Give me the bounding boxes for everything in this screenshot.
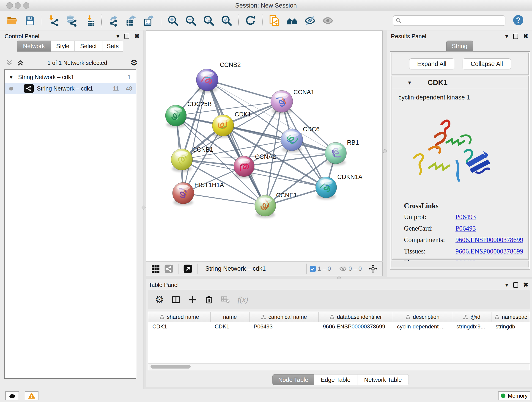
warnings-button[interactable]	[25, 391, 38, 400]
close-panel-icon[interactable]: ✖	[523, 283, 528, 287]
cell-id[interactable]: stringdb:9...	[452, 322, 491, 331]
table-options-button[interactable]: ⚙	[153, 293, 166, 306]
close-panel-icon[interactable]: ✖	[523, 34, 528, 38]
column-header-id[interactable]: @id	[452, 312, 491, 322]
float-panel-icon[interactable]	[124, 34, 129, 39]
save-session-button[interactable]	[22, 13, 38, 28]
expand-collapse-box: Expand All Collapse All	[392, 53, 529, 75]
tab-string[interactable]: String	[446, 41, 473, 51]
node-gloss	[239, 159, 249, 162]
panel-menu-icon[interactable]: ▾	[505, 34, 508, 38]
close-panel-icon[interactable]: ✖	[134, 34, 139, 38]
tab-style[interactable]: Style	[51, 41, 75, 51]
import-network-file-button[interactable]	[46, 13, 61, 28]
cell-database-identifier[interactable]: 9606.ENSP00000378699	[319, 322, 393, 331]
import-network-database-button[interactable]	[64, 13, 79, 28]
collapse-all-icon[interactable]	[6, 59, 13, 67]
network-options-gear-icon[interactable]: ⚙	[130, 59, 138, 67]
network-canvas[interactable]: CCNB2CCNA1CDC25BCDK1CDC6RB1CCNB1CCNA2CDK…	[146, 31, 383, 261]
export-network-button[interactable]	[106, 13, 121, 28]
panel-menu-icon[interactable]: ▾	[116, 34, 119, 38]
tab-network-table[interactable]: Network Table	[357, 374, 409, 385]
network-edge-CCNB2-CCNA1[interactable]	[207, 80, 282, 102]
collection-expand-icon[interactable]: ▾	[10, 75, 13, 79]
zoom-out-button[interactable]	[183, 13, 198, 28]
hide-graphics-button[interactable]	[302, 13, 317, 28]
column-header-canonical-name[interactable]: canonical name	[249, 312, 319, 322]
gene-section-header[interactable]: ▾ CDK1	[392, 76, 528, 89]
tab-sets[interactable]: Sets	[102, 41, 123, 51]
network-collection-row[interactable]: ▾ String Network – cdk1 1	[5, 70, 136, 83]
copy-network-button[interactable]	[267, 13, 282, 28]
panel-menu-icon[interactable]: ▾	[505, 283, 508, 287]
node-gloss	[287, 132, 297, 134]
zoom-fit-button[interactable]	[201, 13, 216, 28]
add-column-button[interactable]	[186, 293, 199, 306]
cell-canonical-name[interactable]: P06493	[249, 322, 319, 331]
table-hscrollbar[interactable]	[148, 363, 530, 370]
delete-table-button[interactable]	[219, 293, 232, 306]
collapse-all-button[interactable]: Collapse All	[462, 58, 511, 70]
help-button[interactable]: ?	[512, 14, 525, 27]
crosslink-tissues-link[interactable]: 9606.ENSP00000378699	[456, 248, 523, 255]
section-collapse-icon[interactable]: ▾	[408, 80, 411, 85]
gear-icon: ⚙	[155, 295, 164, 304]
crosslink-genecard-link[interactable]: P06493	[456, 225, 523, 232]
string-view-button[interactable]	[163, 263, 175, 274]
open-session-button[interactable]	[5, 13, 20, 28]
grid-view-button[interactable]	[150, 263, 161, 274]
crosslink-label: Uniprot:	[404, 213, 456, 221]
network-node-label: RB1	[347, 139, 359, 146]
table-panel: Table Panel ▾ ✖ ⚙ f(x) shared name name …	[146, 279, 532, 387]
search-input[interactable]	[404, 17, 503, 24]
cloud-status-button[interactable]	[5, 391, 19, 400]
import-table-file-button[interactable]	[82, 13, 97, 28]
cell-shared-name[interactable]: CDK1	[148, 322, 210, 331]
network-overview-button[interactable]	[285, 13, 300, 28]
hierarchy-icon	[405, 314, 411, 319]
column-header-name[interactable]: name	[210, 312, 249, 322]
export-table-button[interactable]	[124, 13, 139, 28]
open-in-window-button[interactable]	[182, 263, 194, 274]
table-row[interactable]: CDK1 CDK1 P06493 9606.ENSP00000378699 cy…	[148, 322, 530, 331]
memory-button[interactable]: Memory	[498, 391, 530, 400]
export-image-button[interactable]	[142, 13, 157, 28]
tab-network[interactable]: Network	[17, 41, 51, 51]
column-header-description[interactable]: description	[393, 312, 452, 322]
show-graphics-button[interactable]	[320, 13, 336, 28]
show-columns-button[interactable]	[169, 293, 183, 306]
column-header-shared-name[interactable]: shared name	[148, 312, 210, 322]
column-header-namespace[interactable]: namespac	[491, 312, 530, 322]
birdseye-toggle-button[interactable]	[367, 263, 379, 274]
left-splitter-handle[interactable]	[142, 206, 146, 210]
results-hscrollbar[interactable]	[392, 261, 529, 267]
cell-name[interactable]: CDK1	[210, 322, 249, 331]
network-row[interactable]: String Network – cdk1 11 48	[5, 83, 136, 94]
crosslink-uniprot-link[interactable]: P06493	[456, 213, 523, 221]
hidden-eye-icon[interactable]	[339, 265, 347, 273]
expand-all-icon[interactable]	[17, 59, 24, 67]
cell-namespace[interactable]: stringdb	[491, 322, 530, 331]
selected-checkbox-icon[interactable]	[309, 265, 316, 272]
float-panel-icon[interactable]	[513, 34, 518, 39]
refresh-layout-button[interactable]	[243, 13, 258, 28]
column-header-database-identifier[interactable]: database identifier	[319, 312, 393, 322]
tab-select[interactable]: Select	[75, 41, 102, 51]
expand-all-button[interactable]: Expand All	[409, 58, 455, 70]
zoom-selected-button[interactable]	[219, 13, 234, 28]
delete-column-button[interactable]	[202, 293, 215, 306]
export-network-icon	[108, 15, 119, 27]
network-selection-status: 1 of 1 Network selected	[24, 60, 130, 66]
tab-edge-table[interactable]: Edge Table	[314, 374, 357, 385]
right-splitter-handle[interactable]	[383, 149, 387, 153]
scrollbar-thumb[interactable]	[151, 365, 191, 369]
bottom-splitter-handle[interactable]	[337, 276, 341, 279]
collection-count: 1	[128, 74, 131, 80]
float-panel-icon[interactable]	[513, 282, 518, 288]
crosslink-compartments-link[interactable]: 9606.ENSP00000378699	[456, 236, 523, 244]
zoom-in-button[interactable]	[165, 13, 181, 28]
function-builder-label[interactable]: f(x)	[238, 295, 248, 304]
zoom-fit-icon	[203, 15, 215, 27]
tab-node-table[interactable]: Node Table	[272, 374, 314, 385]
cell-description[interactable]: cyclin-dependent ...	[393, 322, 452, 331]
